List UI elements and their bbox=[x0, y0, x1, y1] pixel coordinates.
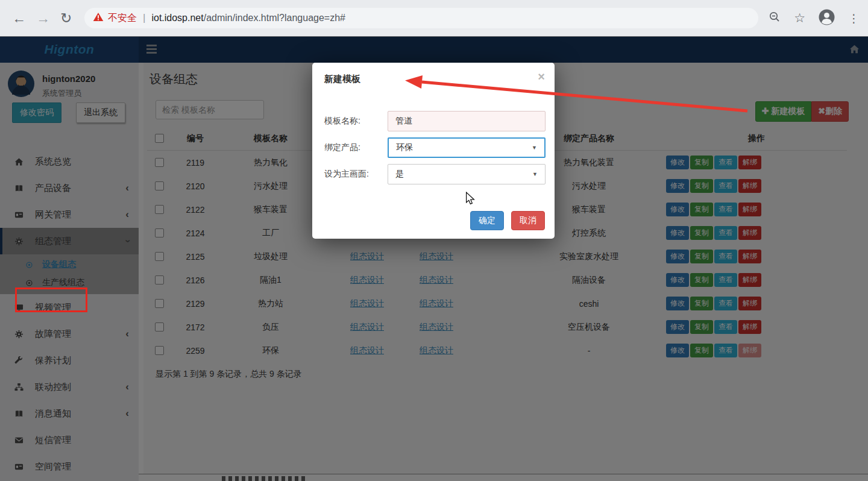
main-screen-label: 设为主画面: bbox=[324, 169, 369, 180]
modal-title: 新建模板 bbox=[324, 74, 360, 85]
annotation-rectangle bbox=[15, 288, 87, 312]
browser-back-icon[interactable]: ← bbox=[12, 10, 26, 27]
bind-product-label: 绑定产品: bbox=[324, 142, 360, 153]
security-warning-label: 不安全 bbox=[108, 12, 137, 25]
bind-product-select[interactable]: 环保 ▼ bbox=[388, 137, 546, 158]
url-path: /admin/index.html?language=zh# bbox=[204, 13, 345, 24]
url-separator: | bbox=[143, 12, 145, 24]
template-name-label: 模板名称: bbox=[324, 116, 360, 127]
address-bar[interactable]: 不安全 | iot.idosp.net/admin/index.html?lan… bbox=[84, 8, 758, 28]
browser-forward-icon[interactable]: → bbox=[36, 10, 50, 27]
chevron-down-icon: ▼ bbox=[532, 171, 538, 177]
url-host: iot.idosp.net bbox=[151, 13, 203, 24]
browser-menu-icon[interactable]: ⋮ bbox=[848, 11, 860, 25]
template-name-field[interactable] bbox=[388, 111, 546, 131]
app-window: Hignton hignton2020 系统管理员 修改密码 退出系统 系统总览… bbox=[0, 36, 868, 481]
chevron-down-icon: ▼ bbox=[532, 145, 537, 151]
screenshot-root: ← → ↻ 不安全 | iot.idosp.net/admin/index.ht… bbox=[0, 0, 868, 481]
bookmark-star-icon[interactable]: ☆ bbox=[794, 11, 805, 25]
zoom-out-icon[interactable] bbox=[769, 11, 781, 25]
browser-reload-icon[interactable]: ↻ bbox=[60, 10, 72, 27]
confirm-button[interactable]: 确定 bbox=[470, 211, 504, 230]
profile-avatar-icon[interactable] bbox=[819, 9, 835, 28]
security-warning-icon bbox=[93, 12, 104, 24]
cancel-button[interactable]: 取消 bbox=[511, 211, 545, 230]
close-icon[interactable]: × bbox=[538, 70, 545, 84]
main-screen-select[interactable]: 是 ▼ bbox=[388, 164, 546, 184]
browser-toolbar: ← → ↻ 不安全 | iot.idosp.net/admin/index.ht… bbox=[0, 0, 868, 37]
new-template-modal: 新建模板 × 模板名称: 绑定产品: 环保 ▼ 设为主画面: 是 ▼ bbox=[312, 63, 555, 239]
